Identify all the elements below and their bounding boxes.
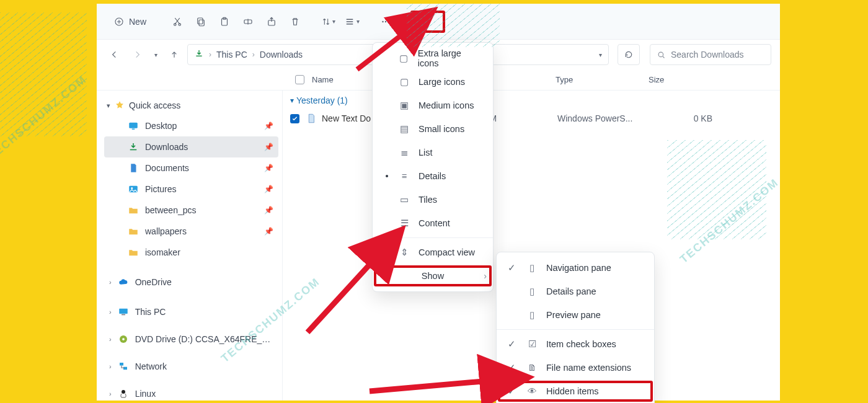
menu-details-pane[interactable]: ▯Details pane [497,280,654,303]
tiles-icon: ▭ [399,195,410,205]
pin-icon: 📌 [264,227,273,236]
grid-icon: ▢ [399,77,410,87]
menu-label: Extra large icons [418,48,482,68]
pin-icon: 📌 [264,206,273,215]
group-header[interactable]: ▾ Yesterday (1) [290,95,773,105]
row-checkbox[interactable] [290,114,299,123]
file-row[interactable]: New Text Do 2:25 PM Windows PowerS... 0 … [290,109,773,128]
menu-label: Details pane [546,286,596,296]
sidebar-label: Network [135,361,167,371]
menu-hidden-items[interactable]: ✓👁Hidden items [497,379,654,403]
chevron-down-icon: ▾ [332,18,335,25]
sidebar-item-this-pc[interactable]: ›This PC [104,301,278,322]
copy-button[interactable] [190,11,212,33]
menu-list[interactable]: ≣List [373,141,493,164]
view-menu: ▢Extra large icons ▢Large icons ▣Medium … [372,42,494,292]
sidebar-label: isomaker [145,247,180,257]
forward-button[interactable] [128,45,146,64]
menu-label: Item check boxes [546,339,616,349]
breadcrumb-current[interactable]: Downloads [260,50,303,60]
downloads-icon [128,141,139,153]
breadcrumb-root[interactable]: This PC [216,50,247,60]
menu-label: Details [418,171,446,181]
menu-md-icons[interactable]: ▣Medium icons [373,94,493,117]
sidebar-label: Downloads [145,142,188,152]
up-button[interactable] [165,45,184,64]
check-icon: ✓ [508,339,518,349]
menu-lg-icons[interactable]: ▢Large icons [373,70,493,94]
delete-button[interactable] [284,11,306,33]
sidebar-item-dvd[interactable]: ›DVD Drive (D:) CCSA_X64FRE_EN-US_D [104,329,278,350]
grid-icon: ▢ [399,53,409,63]
sidebar-item-wallpapers[interactable]: wallpapers📌 [104,221,278,242]
back-button[interactable] [105,45,124,64]
cut-button[interactable] [166,11,188,33]
svg-rect-22 [123,367,127,370]
grid-icon: ▤ [399,124,410,134]
chevron-right-icon: › [109,390,112,397]
downloads-icon [194,49,204,61]
menu-details[interactable]: •≡Details [373,164,493,188]
svg-point-1 [174,23,176,25]
rename-button[interactable] [237,11,259,33]
menu-preview-pane[interactable]: ▯Preview pane [497,303,654,327]
menu-compact-view[interactable]: ⇕Compact view [373,241,493,264]
menu-label: Small icons [418,124,464,134]
file-icon [306,113,317,124]
view-button[interactable]: ▾ [340,14,363,30]
sidebar-item-desktop[interactable]: Desktop📌 [104,115,278,136]
refresh-button[interactable] [618,44,640,65]
sidebar-item-linux[interactable]: ›Linux [104,383,278,401]
quick-access-label: Quick access [129,100,180,110]
menu-nav-pane[interactable]: ✓▯Navigation pane [497,256,654,280]
col-type[interactable]: Type [556,75,649,84]
menu-label: Preview pane [546,310,601,320]
more-button[interactable] [374,11,397,33]
menu-item-checkboxes[interactable]: ✓☑Item check boxes [497,332,654,356]
recent-locations[interactable]: ▾ [150,45,161,64]
sidebar-label: DVD Drive (D:) CCSA_X64FRE_EN-US_D [135,334,273,344]
sidebar-label: OneDrive [135,277,172,287]
menu-sm-icons[interactable]: ▤Small icons [373,117,493,141]
chevron-right-icon: › [109,335,112,343]
list-icon: ≣ [399,148,410,157]
col-name[interactable]: Name [312,75,334,84]
quick-access-header[interactable]: ▾ Quick access [104,95,278,115]
sidebar-item-between-pcs[interactable]: between_pcs📌 [104,200,278,221]
sort-button[interactable]: ▾ [317,14,339,29]
svg-point-16 [131,187,133,189]
new-button[interactable]: New [105,13,155,30]
svg-point-10 [385,20,386,22]
menu-label: Compact view [418,247,475,257]
watermark-lines [0,12,87,136]
menu-label: Hidden items [546,386,599,396]
sidebar-item-onedrive[interactable]: ›OneDrive [104,272,278,293]
menu-file-extensions[interactable]: ✓🗎File name extensions [497,356,654,379]
check-icon: ✓ [508,363,518,373]
sidebar-item-pictures[interactable]: Pictures📌 [104,179,278,200]
share-button[interactable] [260,11,283,33]
select-all-checkbox[interactable] [295,75,304,84]
pane-icon: ▯ [526,310,538,320]
details-icon: ≡ [399,171,410,181]
chevron-down-icon: ▾ [107,102,110,110]
sidebar-item-network[interactable]: ›Network [104,356,278,377]
paste-button[interactable] [213,11,236,33]
menu-tiles[interactable]: ▭Tiles [373,188,493,211]
menu-show[interactable]: Show› [373,264,493,288]
sidebar-item-documents[interactable]: Documents📌 [104,157,278,179]
breadcrumb-sep: › [252,50,255,59]
sidebar-item-downloads[interactable]: Downloads📌 [104,136,278,157]
grid-icon: ▣ [399,100,410,110]
menu-xl-icons[interactable]: ▢Extra large icons [373,46,493,70]
svg-rect-3 [199,20,204,26]
breadcrumb-sep: › [209,50,211,59]
content-icon: ☰ [399,218,410,228]
search-input[interactable]: Search Downloads [650,44,771,65]
svg-point-23 [122,390,125,394]
col-size[interactable]: Size [649,75,723,84]
sidebar-label: Pictures [145,184,177,194]
sidebar-item-isomaker[interactable]: isomaker [104,242,278,263]
menu-content[interactable]: ☰Content [373,211,493,235]
sidebar-label: wallpapers [145,226,187,236]
